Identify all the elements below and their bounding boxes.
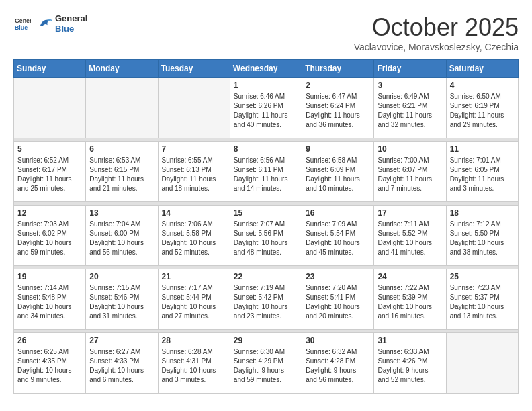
calendar-cell: 30Sunrise: 6:32 AM Sunset: 4:28 PM Dayli…: [302, 333, 374, 394]
day-info: Sunrise: 7:00 AM Sunset: 6:07 PM Dayligh…: [378, 156, 442, 193]
calendar-cell: 17Sunrise: 7:11 AM Sunset: 5:52 PM Dayli…: [374, 205, 446, 266]
day-number: 17: [378, 208, 442, 218]
day-number: 23: [306, 272, 370, 281]
calendar-cell: 2Sunrise: 6:47 AM Sunset: 6:24 PM Daylig…: [302, 78, 374, 138]
day-info: Sunrise: 7:04 AM Sunset: 6:00 PM Dayligh…: [89, 220, 154, 257]
day-number: 8: [234, 144, 298, 154]
calendar-cell: 29Sunrise: 6:30 AM Sunset: 4:29 PM Dayli…: [230, 333, 302, 394]
calendar-cell: [14, 78, 86, 138]
day-info: Sunrise: 6:53 AM Sunset: 6:15 PM Dayligh…: [89, 156, 154, 193]
day-number: 4: [450, 81, 515, 90]
day-info: Sunrise: 6:46 AM Sunset: 6:26 PM Dayligh…: [234, 92, 298, 130]
weekday-header-saturday: Saturday: [446, 60, 518, 78]
day-info: Sunrise: 6:47 AM Sunset: 6:24 PM Dayligh…: [306, 92, 370, 130]
day-info: Sunrise: 6:56 AM Sunset: 6:11 PM Dayligh…: [234, 156, 298, 193]
calendar-cell: [446, 333, 518, 394]
calendar-cell: [86, 78, 158, 138]
logo-bird-icon: [38, 16, 52, 31]
day-number: 26: [17, 336, 82, 345]
day-info: Sunrise: 6:28 AM Sunset: 4:31 PM Dayligh…: [162, 347, 226, 385]
week-row-4: 19Sunrise: 7:14 AM Sunset: 5:48 PM Dayli…: [14, 269, 519, 330]
calendar-cell: 6Sunrise: 6:53 AM Sunset: 6:15 PM Daylig…: [86, 142, 158, 202]
calendar-cell: 4Sunrise: 6:50 AM Sunset: 6:19 PM Daylig…: [446, 78, 518, 138]
day-number: 31: [378, 336, 442, 345]
svg-text:General: General: [15, 17, 31, 24]
day-info: Sunrise: 7:15 AM Sunset: 5:46 PM Dayligh…: [89, 283, 154, 321]
calendar-cell: 7Sunrise: 6:55 AM Sunset: 6:13 PM Daylig…: [158, 142, 230, 202]
day-info: Sunrise: 7:01 AM Sunset: 6:05 PM Dayligh…: [450, 156, 515, 193]
week-row-1: 1Sunrise: 6:46 AM Sunset: 6:26 PM Daylig…: [14, 78, 519, 138]
calendar-cell: 9Sunrise: 6:58 AM Sunset: 6:09 PM Daylig…: [302, 142, 374, 202]
day-number: 19: [17, 272, 82, 281]
calendar-cell: 22Sunrise: 7:19 AM Sunset: 5:42 PM Dayli…: [230, 269, 302, 330]
day-info: Sunrise: 6:52 AM Sunset: 6:17 PM Dayligh…: [17, 156, 82, 193]
calendar-cell: 24Sunrise: 7:22 AM Sunset: 5:39 PM Dayli…: [374, 269, 446, 330]
day-info: Sunrise: 6:49 AM Sunset: 6:21 PM Dayligh…: [378, 92, 442, 130]
day-info: Sunrise: 6:50 AM Sunset: 6:19 PM Dayligh…: [450, 92, 515, 130]
week-row-2: 5Sunrise: 6:52 AM Sunset: 6:17 PM Daylig…: [14, 142, 519, 202]
weekday-header-thursday: Thursday: [302, 60, 374, 78]
day-number: 30: [306, 336, 370, 345]
day-number: 16: [306, 208, 370, 218]
day-info: Sunrise: 7:23 AM Sunset: 5:37 PM Dayligh…: [450, 283, 515, 321]
day-number: 25: [450, 272, 515, 281]
day-info: Sunrise: 7:07 AM Sunset: 5:56 PM Dayligh…: [234, 220, 298, 257]
logo-text-blue: Blue: [55, 24, 87, 34]
calendar-cell: 20Sunrise: 7:15 AM Sunset: 5:46 PM Dayli…: [86, 269, 158, 330]
calendar-cell: 26Sunrise: 6:25 AM Sunset: 4:35 PM Dayli…: [14, 333, 86, 394]
day-info: Sunrise: 6:33 AM Sunset: 4:26 PM Dayligh…: [378, 347, 442, 385]
calendar-cell: 5Sunrise: 6:52 AM Sunset: 6:17 PM Daylig…: [14, 142, 86, 202]
day-info: Sunrise: 7:14 AM Sunset: 5:48 PM Dayligh…: [17, 283, 82, 321]
page-header: General Blue General Blue October 2025 V…: [13, 13, 519, 52]
calendar-cell: 19Sunrise: 7:14 AM Sunset: 5:48 PM Dayli…: [14, 269, 86, 330]
day-info: Sunrise: 6:55 AM Sunset: 6:13 PM Dayligh…: [162, 156, 226, 193]
svg-text:Blue: Blue: [15, 24, 28, 31]
day-number: 27: [89, 336, 154, 345]
calendar-cell: [158, 78, 230, 138]
calendar-cell: 21Sunrise: 7:17 AM Sunset: 5:44 PM Dayli…: [158, 269, 230, 330]
calendar-table: SundayMondayTuesdayWednesdayThursdayFrid…: [13, 59, 519, 394]
weekday-header-sunday: Sunday: [14, 60, 86, 78]
calendar-cell: 13Sunrise: 7:04 AM Sunset: 6:00 PM Dayli…: [86, 205, 158, 266]
day-info: Sunrise: 7:03 AM Sunset: 6:02 PM Dayligh…: [17, 220, 82, 257]
day-number: 10: [378, 144, 442, 154]
day-info: Sunrise: 6:25 AM Sunset: 4:35 PM Dayligh…: [17, 347, 82, 385]
calendar-cell: 16Sunrise: 7:09 AM Sunset: 5:54 PM Dayli…: [302, 205, 374, 266]
day-number: 22: [234, 272, 298, 281]
week-row-3: 12Sunrise: 7:03 AM Sunset: 6:02 PM Dayli…: [14, 205, 519, 266]
day-number: 1: [234, 81, 298, 90]
weekday-header-wednesday: Wednesday: [230, 60, 302, 78]
calendar-cell: 1Sunrise: 6:46 AM Sunset: 6:26 PM Daylig…: [230, 78, 302, 138]
day-number: 29: [234, 336, 298, 345]
day-number: 24: [378, 272, 442, 281]
day-number: 6: [89, 144, 154, 154]
day-number: 12: [17, 208, 82, 218]
calendar-cell: 18Sunrise: 7:12 AM Sunset: 5:50 PM Dayli…: [446, 205, 518, 266]
calendar-cell: 12Sunrise: 7:03 AM Sunset: 6:02 PM Dayli…: [14, 205, 86, 266]
weekday-header-monday: Monday: [86, 60, 158, 78]
weekday-header-friday: Friday: [374, 60, 446, 78]
week-row-5: 26Sunrise: 6:25 AM Sunset: 4:35 PM Dayli…: [14, 333, 519, 394]
calendar-cell: 27Sunrise: 6:27 AM Sunset: 4:33 PM Dayli…: [86, 333, 158, 394]
day-number: 13: [89, 208, 154, 218]
day-number: 20: [89, 272, 154, 281]
day-number: 18: [450, 208, 515, 218]
day-info: Sunrise: 7:12 AM Sunset: 5:50 PM Dayligh…: [450, 220, 515, 257]
day-info: Sunrise: 7:11 AM Sunset: 5:52 PM Dayligh…: [378, 220, 442, 257]
day-number: 11: [450, 144, 515, 154]
day-info: Sunrise: 6:27 AM Sunset: 4:33 PM Dayligh…: [89, 347, 154, 385]
day-number: 28: [162, 336, 226, 345]
day-number: 9: [306, 144, 370, 154]
day-info: Sunrise: 7:17 AM Sunset: 5:44 PM Dayligh…: [162, 283, 226, 321]
calendar-cell: 23Sunrise: 7:20 AM Sunset: 5:41 PM Dayli…: [302, 269, 374, 330]
day-info: Sunrise: 7:20 AM Sunset: 5:41 PM Dayligh…: [306, 283, 370, 321]
day-info: Sunrise: 7:06 AM Sunset: 5:58 PM Dayligh…: [162, 220, 226, 257]
calendar-cell: 25Sunrise: 7:23 AM Sunset: 5:37 PM Dayli…: [446, 269, 518, 330]
day-info: Sunrise: 7:22 AM Sunset: 5:39 PM Dayligh…: [378, 283, 442, 321]
logo: General Blue General Blue: [13, 13, 87, 34]
day-info: Sunrise: 7:19 AM Sunset: 5:42 PM Dayligh…: [234, 283, 298, 321]
location-subtitle: Vaclavovice, Moravskoslezsky, Czechia: [354, 42, 519, 52]
day-number: 21: [162, 272, 226, 281]
day-number: 2: [306, 81, 370, 90]
day-number: 14: [162, 208, 226, 218]
